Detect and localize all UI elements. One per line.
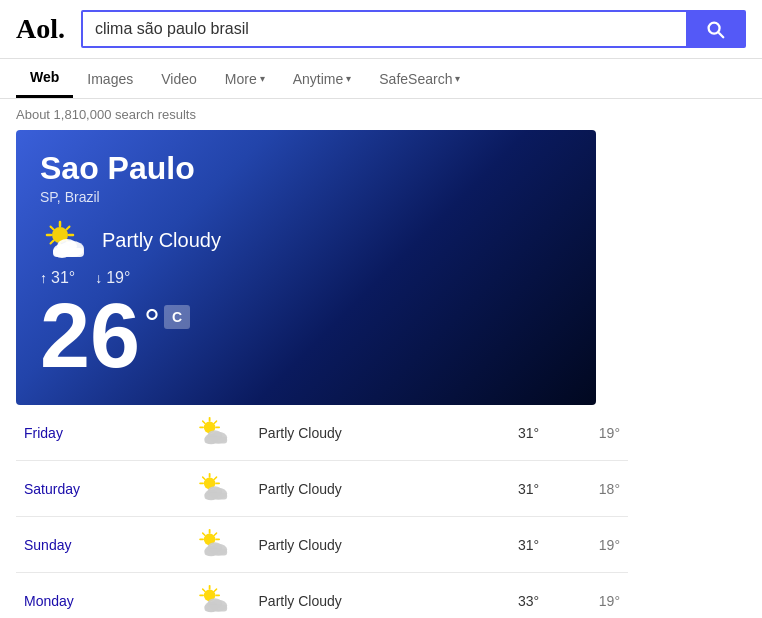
forecast-low: 19° [547,517,628,573]
search-button[interactable] [686,12,744,46]
weather-low: ↓ 19° [95,269,130,287]
forecast-day[interactable]: Friday [16,405,178,461]
nav-item-video[interactable]: Video [147,61,211,97]
forecast-icon-cell [178,517,251,573]
temp-main-row: 26 ° C [40,291,572,381]
forecast-low: 19° [547,405,628,461]
forecast-day[interactable]: Saturday [16,461,178,517]
forecast-weather-icon [195,527,233,559]
svg-line-41 [215,533,217,535]
nav-bar: Web Images Video More ▾ Anytime ▾ SafeSe… [0,59,762,99]
forecast-weather-icon [195,471,233,503]
forecast-day[interactable]: Sunday [16,517,178,573]
aol-logo: Aol. [16,13,65,45]
forecast-condition: Partly Cloudy [251,405,467,461]
anytime-dropdown-arrow: ▾ [346,73,351,84]
svg-line-7 [67,227,70,230]
header: Aol. [0,0,762,59]
forecast-row: Sunday Partly Cloudy 31° 19° [16,517,628,573]
weather-high: ↑ 31° [40,269,75,287]
svg-rect-56 [205,605,228,612]
svg-line-30 [215,477,217,479]
forecast-row: Monday Partly Cloudy 33° 19° [16,573,628,619]
forecast-high: 31° [466,517,547,573]
forecast-row: Saturday Partly Cloudy 31° 18 [16,461,628,517]
svg-line-51 [203,589,205,591]
svg-line-52 [215,589,217,591]
nav-item-web[interactable]: Web [16,59,73,98]
forecast-condition: Partly Cloudy [251,517,467,573]
nav-item-more[interactable]: More ▾ [211,61,279,97]
weather-condition-icon [40,219,92,261]
search-bar [81,10,746,48]
forecast-weather-icon [195,415,233,447]
weather-region: SP, Brazil [40,189,572,205]
weather-condition-text: Partly Cloudy [102,229,221,252]
forecast-row: Friday Partly Cloudy 31° 19° [16,405,628,461]
svg-line-5 [51,227,54,230]
forecast-icon-cell [178,405,251,461]
weather-condition-row: Partly Cloudy [40,219,572,261]
svg-rect-45 [205,549,228,556]
unit-toggle-button[interactable]: C [164,305,190,329]
weather-city: Sao Paulo [40,150,572,187]
forecast-day[interactable]: Monday [16,573,178,619]
forecast-high: 31° [466,405,547,461]
svg-rect-34 [205,493,228,500]
arrow-up-icon: ↑ [40,270,47,286]
svg-line-18 [203,421,205,423]
svg-line-8 [51,241,54,244]
safesearch-dropdown-arrow: ▾ [455,73,460,84]
weather-card: Sao Paulo SP, Brazil Partly Cloudy ↑ 31° [16,130,596,405]
forecast-low: 18° [547,461,628,517]
forecast-weather-icon [195,583,233,615]
svg-line-29 [203,477,205,479]
temp-degree-symbol: ° [144,301,160,346]
forecast-condition: Partly Cloudy [251,461,467,517]
nav-item-safesearch[interactable]: SafeSearch ▾ [365,61,474,97]
svg-rect-23 [205,437,228,444]
svg-line-19 [215,421,217,423]
forecast-high: 33° [466,573,547,619]
search-icon [704,18,726,40]
nav-item-images[interactable]: Images [73,61,147,97]
forecast-icon-cell [178,573,251,619]
forecast-table: Friday Partly Cloudy 31° 19° [16,405,628,618]
svg-rect-12 [53,248,84,257]
forecast-low: 19° [547,573,628,619]
forecast-high: 31° [466,461,547,517]
arrow-down-icon: ↓ [95,270,102,286]
weather-temp: 26 [40,291,140,381]
nav-item-anytime[interactable]: Anytime ▾ [279,61,366,97]
results-count: About 1,810,000 search results [0,99,762,130]
search-input[interactable] [83,12,686,46]
svg-line-40 [203,533,205,535]
more-dropdown-arrow: ▾ [260,73,265,84]
forecast-condition: Partly Cloudy [251,573,467,619]
forecast-icon-cell [178,461,251,517]
weather-hi-lo: ↑ 31° ↓ 19° [40,269,572,287]
